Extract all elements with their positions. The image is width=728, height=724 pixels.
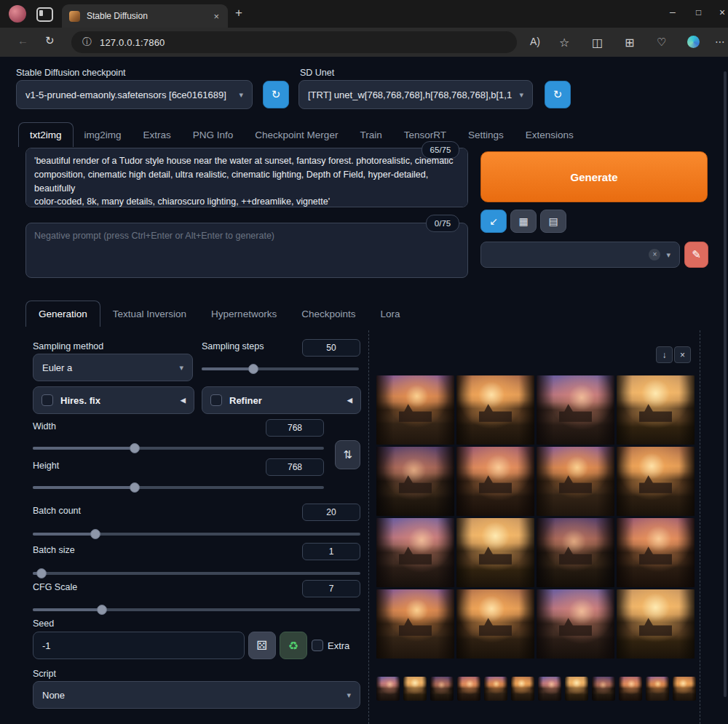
tab-img2img[interactable]: img2img xyxy=(74,123,132,147)
hires-fix-accordion[interactable]: Hires. fix ◀ xyxy=(33,386,194,414)
prompt-input[interactable]: 'beautiful render of a Tudor style house… xyxy=(25,148,468,207)
gallery-thumbnail[interactable] xyxy=(565,677,588,701)
reuse-seed-button[interactable]: ♻ xyxy=(280,632,307,659)
read-aloud-icon[interactable]: A) xyxy=(530,36,540,47)
slider-knob[interactable] xyxy=(97,605,107,615)
slider-knob[interactable] xyxy=(130,443,140,453)
swap-dimensions-button[interactable]: ⇅ xyxy=(335,440,360,469)
batch-count-slider[interactable] xyxy=(33,528,360,540)
subtab-checkpoints[interactable]: Checkpoints xyxy=(289,301,368,327)
browser-essentials-icon[interactable]: ♡ xyxy=(657,36,666,49)
gallery-download-button[interactable]: ↓ xyxy=(656,346,673,363)
gallery-thumbnail[interactable] xyxy=(403,677,427,701)
hires-fix-checkbox[interactable] xyxy=(41,394,53,406)
gallery-thumbnail[interactable] xyxy=(646,677,669,701)
height-slider[interactable] xyxy=(33,482,324,493)
gallery-thumbnail[interactable] xyxy=(484,677,507,701)
gallery-image[interactable] xyxy=(617,447,695,516)
cfg-scale-input[interactable]: 7 xyxy=(302,580,360,597)
subtab-hypernetworks[interactable]: Hypernetworks xyxy=(199,301,289,327)
tab-png-info[interactable]: PNG Info xyxy=(182,123,245,147)
gallery-thumbnail[interactable] xyxy=(376,677,400,701)
slider-knob[interactable] xyxy=(130,482,140,493)
width-input[interactable]: 768 xyxy=(266,419,324,437)
tab-settings[interactable]: Settings xyxy=(457,123,515,147)
maximize-button[interactable]: □ xyxy=(696,7,701,17)
batch-size-slider[interactable] xyxy=(33,568,360,579)
sampling-steps-input[interactable]: 50 xyxy=(302,339,360,357)
gallery-image[interactable] xyxy=(376,518,454,587)
styles-dropdown[interactable]: × ▾ xyxy=(480,242,680,268)
styles-apply-button[interactable]: ▤ xyxy=(540,210,566,233)
generate-button[interactable]: Generate xyxy=(480,151,708,202)
gallery-image[interactable] xyxy=(617,375,695,445)
back-button[interactable]: ← xyxy=(17,34,28,47)
gallery-image[interactable] xyxy=(617,518,695,587)
gallery-thumbnail[interactable] xyxy=(592,677,615,701)
workspaces-icon[interactable] xyxy=(36,7,53,22)
script-dropdown[interactable]: None ▾ xyxy=(33,681,360,709)
new-tab-button[interactable]: + xyxy=(235,6,242,20)
split-screen-icon[interactable]: ◫ xyxy=(592,36,603,49)
tab-close-icon[interactable]: × xyxy=(212,11,221,22)
tab-extras[interactable]: Extras xyxy=(132,123,182,147)
gallery-image[interactable] xyxy=(376,589,454,659)
tab-txt2img[interactable]: txt2img xyxy=(18,122,74,147)
minimize-button[interactable]: – xyxy=(670,6,676,17)
clear-styles-icon[interactable]: × xyxy=(649,249,660,260)
batch-count-input[interactable]: 20 xyxy=(302,504,360,521)
sampling-steps-slider[interactable] xyxy=(202,363,359,375)
gallery-thumbnail[interactable] xyxy=(619,677,642,701)
checkpoint-dropdown[interactable]: v1-5-pruned-emaonly.safetensors [6ce0161… xyxy=(16,80,253,109)
browser-tab[interactable]: Stable Diffusion × xyxy=(62,4,228,28)
checkpoint-refresh-button[interactable]: ↻ xyxy=(263,81,289,108)
gallery-thumbnail[interactable] xyxy=(457,677,480,701)
seed-input[interactable]: -1 xyxy=(33,632,245,659)
slider-knob[interactable] xyxy=(36,568,47,578)
seed-extra-checkbox[interactable] xyxy=(312,640,323,651)
site-info-icon[interactable]: ⓘ xyxy=(82,36,92,49)
gallery-image[interactable] xyxy=(456,375,534,445)
gallery-image[interactable] xyxy=(376,375,454,445)
random-seed-button[interactable]: ⚄ xyxy=(248,632,276,659)
profile-avatar[interactable] xyxy=(9,5,26,23)
negative-prompt-input[interactable] xyxy=(25,223,468,278)
tab-checkpoint-merger[interactable]: Checkpoint Merger xyxy=(244,123,349,147)
close-button[interactable]: × xyxy=(719,7,725,18)
subtab-textual-inversion[interactable]: Textual Inversion xyxy=(100,301,199,327)
gallery-thumbnail[interactable] xyxy=(430,677,454,701)
gallery-thumbnail[interactable] xyxy=(511,677,534,701)
extra-networks-button[interactable]: ▦ xyxy=(510,210,537,233)
subtab-lora[interactable]: Lora xyxy=(368,301,412,327)
gallery-close-button[interactable]: × xyxy=(674,346,691,363)
batch-size-input[interactable]: 1 xyxy=(302,543,360,560)
gallery-image[interactable] xyxy=(537,518,614,587)
slider-knob[interactable] xyxy=(90,529,100,539)
collections-icon[interactable]: ⊞ xyxy=(625,36,634,49)
tab-train[interactable]: Train xyxy=(349,123,392,147)
gallery-thumbnail[interactable] xyxy=(538,677,561,701)
paste-params-button[interactable]: ↙ xyxy=(480,210,507,233)
gallery-image[interactable] xyxy=(537,447,614,516)
cfg-scale-slider[interactable] xyxy=(33,604,360,616)
favorites-star-icon[interactable]: ☆ xyxy=(559,36,569,49)
refiner-checkbox[interactable] xyxy=(210,394,222,406)
gallery-image[interactable] xyxy=(456,589,534,659)
width-slider[interactable] xyxy=(33,442,324,454)
subtab-generation[interactable]: Generation xyxy=(25,301,100,327)
height-input[interactable]: 768 xyxy=(266,458,324,476)
gallery-image[interactable] xyxy=(376,447,454,516)
refiner-accordion[interactable]: Refiner ◀ xyxy=(202,386,361,414)
edit-styles-button[interactable]: ✎ xyxy=(684,242,708,268)
address-bar[interactable]: ⓘ 127.0.0.1:7860 xyxy=(71,31,517,53)
gallery-thumbnail[interactable] xyxy=(673,677,696,701)
copilot-icon[interactable] xyxy=(687,36,700,48)
gallery-image[interactable] xyxy=(617,589,695,659)
gallery-image[interactable] xyxy=(456,447,534,516)
gallery-image[interactable] xyxy=(456,518,534,587)
slider-knob[interactable] xyxy=(248,364,258,374)
page-scrollbar[interactable] xyxy=(724,71,727,697)
gallery-image[interactable] xyxy=(537,375,614,445)
gallery-image[interactable] xyxy=(537,589,614,659)
sd-unet-dropdown[interactable]: [TRT] unet_w[768,768,768],h[768,768,768]… xyxy=(298,80,533,109)
